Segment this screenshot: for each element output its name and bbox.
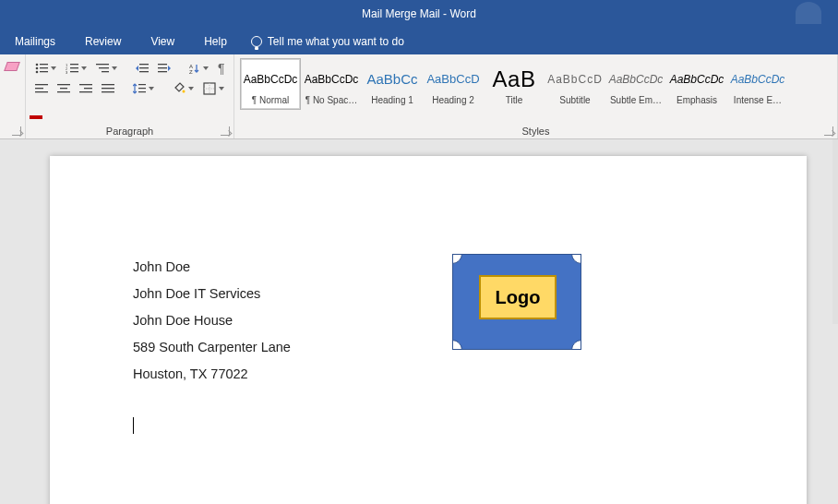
vertical-scrollbar[interactable] <box>832 139 838 504</box>
svg-rect-5 <box>40 71 48 72</box>
tab-view[interactable]: View <box>145 35 180 48</box>
ribbon: 123 AZ ¶ <box>0 54 838 139</box>
tab-review[interactable]: Review <box>79 35 126 48</box>
svg-rect-29 <box>57 91 70 92</box>
align-right-button[interactable] <box>78 81 94 96</box>
style-sample: AaBbCcD <box>547 66 603 93</box>
scrollbar-thumb[interactable] <box>832 139 838 324</box>
document-viewport[interactable]: John DoeJohn Doe IT ServicesJohn Doe Hou… <box>0 139 838 504</box>
tab-help[interactable]: Help <box>198 35 233 48</box>
multilevel-list-button[interactable] <box>94 61 119 76</box>
style-card-emphasis[interactable]: AaBbCcDcEmphasis <box>666 58 727 110</box>
plaque-notch <box>453 255 462 264</box>
styles-dialog-launcher[interactable] <box>824 126 833 136</box>
ribbon-group-font-partial <box>0 54 26 138</box>
svg-rect-31 <box>84 88 92 89</box>
style-sample: AaBbCcDc <box>244 66 298 93</box>
window-title: Mail Merge Mail - Word <box>362 7 476 20</box>
borders-icon <box>203 82 216 95</box>
svg-rect-28 <box>60 88 67 89</box>
svg-point-4 <box>36 71 39 74</box>
styles-gallery[interactable]: AaBbCcDc¶ NormalAaBbCcDc¶ No Spac…AaBbCc… <box>240 58 832 110</box>
svg-rect-34 <box>102 88 114 89</box>
style-name-label: ¶ Normal <box>252 95 289 105</box>
svg-rect-12 <box>96 64 109 65</box>
style-card-intense-e-[interactable]: AaBbCcDcIntense E… <box>727 58 788 110</box>
svg-rect-35 <box>102 91 114 92</box>
align-center-button[interactable] <box>55 81 72 96</box>
svg-rect-37 <box>138 88 146 89</box>
show-hide-marks-button[interactable]: ¶ <box>216 60 231 77</box>
align-right-icon <box>79 83 92 94</box>
shading-button[interactable] <box>171 80 196 97</box>
style-card--normal[interactable]: AaBbCcDc¶ Normal <box>240 58 301 110</box>
address-line[interactable]: 589 South Carpenter Lane <box>133 338 724 357</box>
paint-bucket-icon <box>173 82 186 95</box>
style-sample: AaBbCcD <box>426 66 479 93</box>
style-card-subtitle[interactable]: AaBbCcDSubtitle <box>545 58 605 110</box>
svg-rect-16 <box>139 67 149 68</box>
plaque-notch <box>571 340 581 349</box>
svg-rect-15 <box>139 64 149 65</box>
logo-text: Logo <box>496 287 541 308</box>
svg-rect-3 <box>40 67 48 68</box>
style-sample: AaBbCcDc <box>305 66 359 93</box>
sort-button[interactable]: AZ <box>187 61 210 76</box>
align-left-button[interactable] <box>33 81 50 96</box>
justify-button[interactable] <box>100 81 116 96</box>
svg-rect-20 <box>158 71 167 72</box>
tell-me-search[interactable]: Tell me what you want to do <box>251 35 404 48</box>
numbering-button[interactable]: 123 <box>64 61 89 76</box>
svg-rect-9 <box>70 67 78 68</box>
svg-rect-25 <box>35 88 43 89</box>
svg-rect-26 <box>35 91 48 92</box>
bullets-button[interactable] <box>33 61 58 76</box>
plaque-shape[interactable]: Logo <box>452 254 581 350</box>
svg-rect-18 <box>158 64 167 65</box>
style-name-label: ¶ No Spac… <box>305 95 358 105</box>
svg-point-2 <box>36 67 39 70</box>
font-dialog-launcher[interactable] <box>12 126 21 136</box>
style-name-label: Subtle Em… <box>610 95 662 105</box>
title-bar: Mail Merge Mail - Word <box>0 0 838 28</box>
style-card-subtle-em-[interactable]: AaBbCcDcSubtle Em… <box>605 58 666 110</box>
increase-indent-button[interactable] <box>156 61 173 76</box>
paragraph-dialog-launcher[interactable] <box>221 126 230 136</box>
clear-formatting-button[interactable] <box>4 62 20 71</box>
decrease-indent-button[interactable] <box>134 61 150 76</box>
svg-rect-11 <box>70 71 78 72</box>
borders-button[interactable] <box>201 80 226 97</box>
svg-rect-7 <box>70 64 78 65</box>
address-line[interactable]: John Doe House <box>133 311 724 330</box>
logo-text-box[interactable]: Logo <box>479 275 557 319</box>
svg-text:Z: Z <box>189 69 193 74</box>
style-sample: AaBbCcDc <box>609 66 664 93</box>
address-block[interactable]: John DoeJohn Doe IT ServicesJohn Doe Hou… <box>133 258 724 384</box>
line-spacing-icon <box>133 82 146 95</box>
style-name-label: Emphasis <box>676 95 717 105</box>
address-line[interactable]: Houston, TX 77022 <box>133 365 724 384</box>
document-page[interactable]: John DoeJohn Doe IT ServicesJohn Doe Hou… <box>50 156 807 504</box>
svg-rect-38 <box>138 91 146 92</box>
svg-rect-32 <box>79 91 92 92</box>
style-card-title[interactable]: AaBTitle <box>484 58 545 110</box>
style-card--no-spac-[interactable]: AaBbCcDc¶ No Spac… <box>301 58 362 110</box>
logo-shape-group[interactable]: Logo <box>452 254 581 350</box>
style-card-heading-1[interactable]: AaBbCcHeading 1 <box>362 58 423 110</box>
ribbon-group-styles: AaBbCcDc¶ NormalAaBbCcDc¶ No Spac…AaBbCc… <box>234 54 838 138</box>
style-name-label: Heading 1 <box>371 95 413 105</box>
outdent-icon <box>136 63 149 74</box>
pilcrow-icon: ¶ <box>218 62 229 75</box>
style-card-heading-2[interactable]: AaBbCcDHeading 2 <box>423 58 484 110</box>
svg-rect-19 <box>158 67 167 68</box>
tab-mailings[interactable]: Mailings <box>9 35 61 48</box>
address-line[interactable]: John Doe IT Services <box>133 284 724 304</box>
line-spacing-button[interactable] <box>131 80 156 97</box>
tell-me-label: Tell me what you want to do <box>268 35 404 48</box>
svg-text:¶: ¶ <box>218 62 225 75</box>
svg-rect-33 <box>102 84 114 85</box>
account-icon[interactable] <box>796 2 821 24</box>
style-name-label: Subtitle <box>559 95 590 105</box>
address-line[interactable]: John Doe <box>133 258 724 277</box>
style-name-label: Heading 2 <box>432 95 474 105</box>
